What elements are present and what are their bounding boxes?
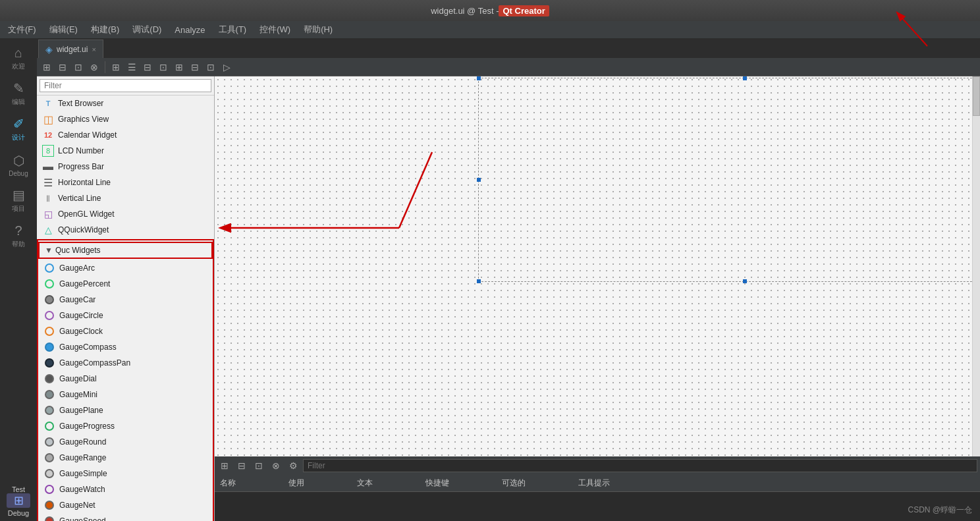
toolbar-break[interactable]: ⊡	[204, 60, 218, 74]
widget-item-gauge-round[interactable]: GaugeRound	[38, 434, 213, 450]
toolbar-layout-v[interactable]: ☰	[124, 60, 139, 74]
widget-item-gauge-simple[interactable]: GaugeSimple	[38, 466, 213, 481]
canvas-area: ⊞ ⊟ ⊡ ⊗ ⚙ 名称 使用 文本 快	[215, 76, 980, 521]
debug-label2: Debug	[8, 509, 29, 517]
widget-item-vertical-line[interactable]: ⦀ Vertical Line	[37, 190, 214, 206]
project-icon: ▤	[13, 187, 25, 203]
menu-bar: 文件(F) 编辑(E) 构建(B) 调试(D) Analyze 工具(T) 控件…	[0, 21, 980, 38]
handle-mid-left[interactable]	[477, 178, 481, 182]
widget-item-gauge-clock[interactable]: GaugeClock	[38, 323, 213, 339]
tab-widget-ui[interactable]: ◈ widget.ui ×	[38, 40, 103, 58]
menu-file[interactable]: 文件(F)	[3, 22, 41, 37]
gauge-clock-icon	[43, 325, 55, 337]
design-canvas[interactable]	[215, 76, 972, 456]
toolbar-preview[interactable]: ▷	[219, 60, 234, 74]
bottom-btn-settings[interactable]: ⚙	[286, 458, 300, 473]
widget-list: T Text Browser ◫ Graphics View 12 Calend…	[37, 96, 214, 521]
widget-item-gauge-car[interactable]: GaugeCar	[38, 292, 213, 308]
widget-item-gauge-mini[interactable]: GaugeMini	[38, 387, 213, 402]
bottom-toolbar: ⊞ ⊟ ⊡ ⊗ ⚙	[215, 456, 980, 475]
gauge-percent-icon	[43, 278, 55, 290]
toolbar-layout-h[interactable]: ⊞	[109, 60, 123, 74]
widget-item-opengl[interactable]: ◱ OpenGL Widget	[37, 206, 214, 222]
widget-item-lcd[interactable]: 8 LCD Number	[37, 143, 214, 159]
toolbar-btn-3[interactable]: ⊡	[71, 60, 86, 74]
widget-item-horizontal-line[interactable]: ☰ Horizontal Line	[37, 175, 214, 190]
widget-item-gauge-speed[interactable]: GaugeSpeed	[38, 513, 213, 521]
activity-help[interactable]: ? 帮助	[3, 219, 34, 253]
widget-item-calendar[interactable]: 12 Calendar Widget	[37, 127, 214, 143]
tab-close-button[interactable]: ×	[92, 45, 95, 53]
activity-design[interactable]: ✐ 设计	[3, 112, 34, 146]
widget-item-gauge-progress[interactable]: GaugeProgress	[38, 418, 213, 434]
widget-item-gauge-net[interactable]: GaugeNet	[38, 497, 213, 513]
gauge-net-icon	[43, 499, 55, 511]
gauge-speed-icon	[43, 515, 55, 521]
widget-filter-area	[37, 76, 214, 96]
gauge-watch-icon	[43, 483, 55, 495]
table-body	[215, 492, 980, 521]
widget-boundary[interactable]	[478, 78, 972, 282]
menu-edit[interactable]: 编辑(E)	[44, 22, 83, 37]
widget-item-graphics-view[interactable]: ◫ Graphics View	[37, 111, 214, 127]
widget-item-gauge-arc[interactable]: GaugeArc	[38, 260, 213, 276]
activity-welcome[interactable]: ⌂ 欢迎	[3, 41, 34, 75]
handle-bot-mid[interactable]	[743, 279, 747, 283]
bottom-btn-delete[interactable]: ⊗	[269, 458, 283, 473]
toolbar-btn-1[interactable]: ⊞	[40, 60, 54, 74]
welcome-icon: ⌂	[14, 45, 22, 61]
activity-bar: ⌂ 欢迎 ✎ 编辑 ✐ 设计 ⬡ Debug ▤ 项目 ? 帮助 Test ⊞ …	[0, 38, 37, 521]
toolbar-layout-grid[interactable]: ⊡	[156, 60, 171, 74]
gauge-progress-icon	[43, 420, 55, 432]
menu-help[interactable]: 帮助(H)	[298, 22, 338, 37]
widget-item-gauge-dial[interactable]: GaugeDial	[38, 371, 213, 387]
calendar-icon: 12	[42, 129, 54, 141]
widget-item-qquick[interactable]: △ QQuickWidget	[37, 222, 214, 238]
vertical-line-icon: ⦀	[42, 192, 54, 204]
widget-item-gauge-compass[interactable]: GaugeCompass	[38, 339, 213, 355]
handle-bot-left[interactable]	[477, 279, 481, 283]
toolbar-btn-4[interactable]: ⊗	[87, 60, 101, 74]
menu-tools[interactable]: 工具(T)	[213, 22, 252, 37]
activity-debug[interactable]: ⬡ Debug	[3, 148, 34, 182]
bottom-btn-1[interactable]: ⊞	[217, 458, 232, 473]
tab-icon: ◈	[45, 44, 53, 55]
widget-item-gauge-plane[interactable]: GaugePlane	[38, 402, 213, 418]
menu-build[interactable]: 构建(B)	[86, 22, 124, 37]
activity-project[interactable]: ▤ 项目	[3, 183, 34, 217]
quc-widgets-header[interactable]: ▼ Quc Widgets	[38, 242, 213, 259]
toolbar-layout-form[interactable]: ⊟	[140, 60, 155, 74]
widget-item-gauge-watch[interactable]: GaugeWatch	[38, 481, 213, 497]
bottom-btn-2[interactable]: ⊟	[234, 458, 249, 473]
title-text: widget.ui @ Test -	[431, 6, 499, 16]
gauge-compasspan-icon	[43, 357, 55, 369]
widget-item-gauge-range[interactable]: GaugeRange	[38, 450, 213, 466]
canvas-with-scroll	[215, 76, 980, 456]
widget-filter-input[interactable]	[40, 79, 211, 92]
widget-item-gauge-compasspan[interactable]: GaugeCompassPan	[38, 355, 213, 371]
widget-item-gauge-percent[interactable]: GaugePercent	[38, 276, 213, 292]
qquick-icon: △	[42, 224, 54, 236]
canvas-scrollbar[interactable]	[972, 76, 980, 456]
toolbar-sep-1	[105, 61, 105, 73]
toolbar-layout-6[interactable]: ⊟	[188, 60, 202, 74]
widget-item-text-browser[interactable]: T Text Browser	[37, 96, 214, 111]
debug-icon: ⬡	[13, 153, 24, 169]
col-text: 文本	[357, 478, 373, 489]
scroll-thumb[interactable]	[973, 76, 980, 116]
toolbar-layout-5[interactable]: ⊞	[172, 60, 186, 74]
activity-edit[interactable]: ✎ 编辑	[3, 76, 34, 111]
tab-bar: ◈ widget.ui ×	[37, 38, 980, 58]
handle-top-mid[interactable]	[743, 76, 747, 80]
handle-top-left[interactable]	[477, 76, 481, 80]
bottom-btn-3[interactable]: ⊡	[252, 458, 266, 473]
menu-debug[interactable]: 调试(D)	[127, 22, 167, 37]
widget-item-progress-bar[interactable]: ▬ Progress Bar	[37, 159, 214, 175]
widget-item-gauge-circle[interactable]: GaugeCircle	[38, 308, 213, 323]
menu-analyze[interactable]: Analyze	[169, 24, 210, 36]
gauge-car-icon	[43, 294, 55, 306]
bottom-filter-input[interactable]	[303, 459, 977, 472]
menu-widgets[interactable]: 控件(W)	[254, 22, 296, 37]
toolbar-btn-2[interactable]: ⊟	[55, 60, 70, 74]
gauge-dial-icon	[43, 373, 55, 385]
